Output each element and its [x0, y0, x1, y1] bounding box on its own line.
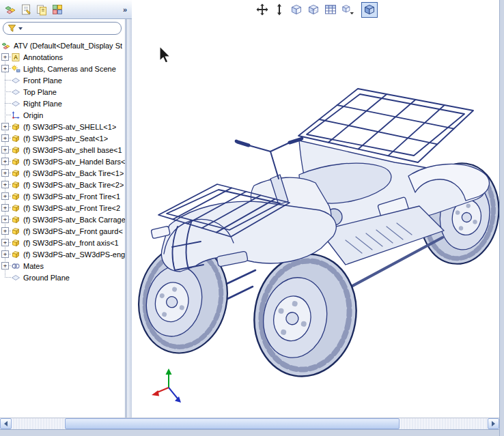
- part-icon: [11, 227, 21, 236]
- shaded-with-edges-icon: [363, 3, 376, 16]
- tree-item-label: (f) SW3dPS-atv_SW3dPS-eng: [23, 250, 125, 259]
- tree-item[interactable]: +(f) SW3dPS-atv_Front Tire<1: [0, 190, 125, 202]
- tree-item[interactable]: Right Plane: [0, 98, 125, 109]
- tree-item-label: (f) SW3dPS-atv_Front Tire<1: [23, 192, 120, 201]
- view-orientation-dropdown-icon: [341, 3, 354, 16]
- tree-item[interactable]: +(f) SW3dPS-atv_Front Tire<2: [0, 202, 125, 214]
- scroll-left-button[interactable]: [0, 418, 12, 429]
- tree-item[interactable]: +(f) SW3dPS-atv_Handel Bars<: [0, 156, 125, 167]
- part-icon: [11, 145, 21, 155]
- tree-item[interactable]: +(f) SW3dPS-atv_SHELL<1>: [0, 121, 125, 132]
- plane-icon: [11, 87, 21, 97]
- part-icon: [11, 192, 21, 201]
- tree-item[interactable]: +AAnnotations: [0, 51, 125, 63]
- view-cube-icon: [290, 3, 303, 16]
- scroll-right-button[interactable]: [488, 418, 499, 429]
- toolbar-overflow-chevron[interactable]: »: [123, 5, 129, 14]
- graphics-viewport[interactable]: [132, 0, 499, 418]
- tree-item[interactable]: Front Plane: [0, 74, 125, 86]
- feature-tree: ATV (Default<Default_Display St+AAnnotat…: [0, 40, 125, 418]
- atv-model[interactable]: [132, 0, 499, 418]
- tree-item[interactable]: +Mates: [0, 260, 125, 272]
- expand-toggle[interactable]: +: [1, 181, 9, 188]
- propertymanager-tab-button[interactable]: [18, 1, 33, 17]
- expand-toggle[interactable]: +: [1, 250, 9, 258]
- tree-item-label: (f) SW3dPS-atv_Back Carrage: [23, 216, 125, 224]
- configurationmanager-tab-button[interactable]: [33, 1, 49, 17]
- tree-item-label: Front Plane: [23, 76, 62, 85]
- expand-toggle[interactable]: +: [1, 262, 9, 270]
- orientation-triad: [152, 368, 181, 403]
- view-orientation-button[interactable]: [288, 2, 305, 18]
- zoom-button[interactable]: [271, 2, 288, 18]
- expand-toggle[interactable]: +: [1, 146, 9, 154]
- feature-manager-panel: ATV (Default<Default_Display St+AAnnotat…: [0, 19, 126, 418]
- tree-item-label: Lights, Cameras and Scene: [23, 65, 116, 73]
- tree-item[interactable]: +(f) SW3dPS-atv_Seat<1>: [0, 132, 125, 144]
- tree-item-label: Right Plane: [23, 100, 62, 108]
- window-right-edge: [499, 0, 504, 436]
- scrollbar-thumb[interactable]: [65, 418, 400, 429]
- tree-item[interactable]: ATV (Default<Default_Display St: [0, 40, 125, 51]
- tree-item[interactable]: +(f) SW3dPS-atv_shell base<1: [0, 144, 125, 156]
- tree-item-label: (f) SW3dPS-atv_Front Tire<2: [23, 204, 120, 212]
- expand-toggle[interactable]: +: [1, 158, 9, 165]
- part-icon: [11, 180, 21, 190]
- dimxpertmanager-tab-icon: [51, 3, 64, 16]
- tree-item-label: Annotations: [23, 53, 63, 61]
- section-grid-icon: [324, 3, 337, 16]
- origin-icon: [11, 111, 21, 120]
- filter-funnel-icon: [8, 24, 16, 33]
- tree-item[interactable]: +(f) SW3dPS-atv_Back Tire<1>: [0, 167, 125, 179]
- expand-toggle[interactable]: +: [1, 227, 9, 235]
- standard-views-dropdown-button[interactable]: [339, 2, 356, 18]
- annotations-icon: A: [11, 53, 21, 62]
- part-icon: [11, 215, 21, 224]
- expand-toggle[interactable]: +: [1, 216, 9, 223]
- lights-icon: [11, 64, 21, 74]
- tree-item-label: (f) SW3dPS-atv_Back Tire<2>: [23, 181, 124, 189]
- model-handlebars[interactable]: [235, 137, 304, 179]
- section-view-button[interactable]: [322, 2, 339, 18]
- expand-toggle[interactable]: +: [1, 134, 9, 142]
- scrollbar-track[interactable]: [12, 418, 488, 429]
- part-icon: [11, 157, 21, 166]
- assembly-icon: [1, 41, 12, 50]
- tree-item-label: (f) SW3dPS-atv_Seat<1>: [23, 134, 108, 143]
- tree-item[interactable]: Origin: [0, 109, 125, 121]
- shaded-with-edges-button[interactable]: [361, 2, 378, 18]
- tree-item[interactable]: Ground Plane: [0, 272, 125, 283]
- propertymanager-tab-icon: [20, 3, 32, 16]
- configurationmanager-tab-icon: [36, 3, 48, 16]
- expand-toggle[interactable]: +: [1, 204, 9, 212]
- tree-item[interactable]: +(f) SW3dPS-atv_SW3dPS-eng: [0, 248, 125, 260]
- expand-toggle[interactable]: +: [1, 123, 9, 130]
- tree-item[interactable]: +(f) SW3dPS-atv_Front gaurd<: [0, 225, 125, 237]
- view-toolbar: [254, 1, 378, 18]
- featuremanager-tab-icon: [4, 3, 16, 16]
- hidden-lines-cube-icon: [307, 3, 320, 16]
- hidden-lines-button[interactable]: [305, 2, 322, 18]
- mates-icon: [11, 261, 21, 271]
- tree-item-label: ATV (Default<Default_Display St: [14, 42, 122, 50]
- dimxpertmanager-tab-button[interactable]: [49, 1, 65, 17]
- filter-bar[interactable]: [3, 22, 122, 35]
- expand-toggle[interactable]: +: [1, 169, 9, 177]
- model-rear-left-tire[interactable]: [244, 246, 365, 385]
- tree-item[interactable]: +Lights, Cameras and Scene: [0, 63, 125, 74]
- tree-item[interactable]: Top Plane: [0, 86, 125, 98]
- panel-splitter[interactable]: [126, 19, 132, 418]
- plane-icon: [11, 76, 21, 85]
- pan-button[interactable]: [254, 2, 270, 18]
- tree-item-label: Ground Plane: [23, 274, 70, 282]
- tree-item[interactable]: +(f) SW3dPS-atv_Back Carrage: [0, 214, 125, 225]
- tree-item[interactable]: +(f) SW3dPS-atv_front axis<1: [0, 237, 125, 248]
- expand-toggle[interactable]: +: [1, 192, 9, 200]
- caret-down-icon: [18, 27, 23, 30]
- featuremanager-tab-button[interactable]: [2, 1, 18, 17]
- expand-toggle[interactable]: +: [1, 239, 9, 246]
- expand-toggle[interactable]: +: [1, 65, 9, 72]
- expand-toggle[interactable]: +: [1, 53, 9, 61]
- tree-item[interactable]: +(f) SW3dPS-atv_Back Tire<2>: [0, 179, 125, 190]
- mouse-cursor: [160, 46, 170, 63]
